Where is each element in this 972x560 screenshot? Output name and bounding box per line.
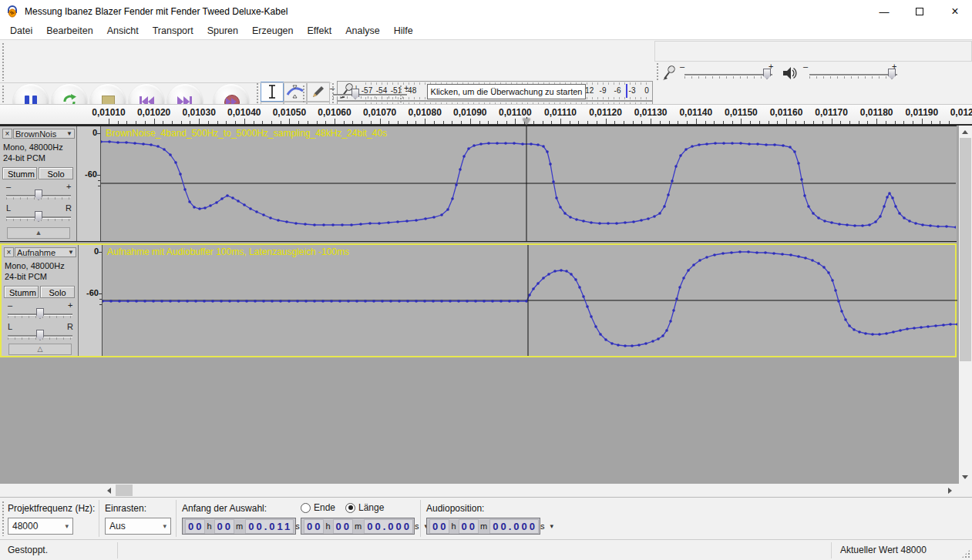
scroll-down-arrow-icon[interactable] [962, 475, 968, 479]
horizontal-scroll-thumb[interactable] [116, 485, 133, 496]
scroll-left-arrow-icon[interactable] [107, 488, 111, 494]
time-digits[interactable]: 00 [185, 519, 205, 534]
vertical-scroll-thumb[interactable] [960, 138, 971, 361]
clip-title: Aufnahme mit Audiobuffer 100ms, Latenzau… [107, 246, 349, 257]
radio-länge[interactable]: Länge [345, 502, 384, 513]
ruler-label: 0,01040 [227, 107, 261, 118]
chevron-down-icon: ▼ [66, 130, 72, 137]
minimize-button[interactable]: — [866, 0, 902, 23]
transport-toolbar-grip[interactable] [2, 42, 5, 81]
resize-grip[interactable] [961, 549, 970, 558]
waveform-aufnahme[interactable] [103, 245, 957, 356]
draw-tool[interactable] [307, 82, 330, 102]
snap-select[interactable]: Aus▾ [105, 518, 171, 535]
audio-position-field[interactable]: 00h00m00.000s▾ [426, 518, 540, 535]
time-unit: h [325, 521, 332, 531]
vertical-ruler[interactable]: 0 -60 [79, 245, 103, 356]
time-unit: h [206, 521, 214, 531]
timeline-ruler[interactable]: 0,010100,010200,010300,010400,010500,010… [0, 104, 972, 126]
collapse-button[interactable]: ▲ [7, 227, 70, 239]
time-unit: m [354, 521, 364, 531]
menu-item-transport[interactable]: Transport [146, 23, 200, 39]
scroll-up-arrow-icon[interactable] [962, 130, 968, 134]
close-button[interactable]: × [937, 0, 972, 23]
meter-scale-number: -6 [614, 86, 621, 95]
time-digits[interactable]: 00 [214, 519, 234, 534]
project-rate-select[interactable]: 48000▾ [8, 518, 73, 535]
time-digits[interactable]: 00.011 [245, 519, 294, 534]
time-unit: m [235, 521, 245, 531]
vertical-scrollbar[interactable] [959, 126, 972, 484]
menu-item-hilfe[interactable]: Hilfe [387, 23, 420, 39]
audacity-logo-icon [6, 5, 18, 18]
track-close-button[interactable]: × [2, 129, 12, 139]
waveform-brownnoise[interactable] [101, 126, 956, 241]
status-bar: Gestoppt. Aktueller Wert 48000 [0, 539, 972, 560]
pencil-icon [311, 85, 325, 99]
time-unit: h [450, 521, 458, 531]
ruler-label: 0,01060 [318, 107, 351, 118]
ruler-label: 0,01150 [725, 107, 758, 118]
time-digits[interactable]: 00 [459, 519, 479, 534]
chevron-down-icon[interactable]: ▾ [548, 522, 557, 530]
play-speed-toolbar-grip[interactable] [302, 85, 305, 103]
track-close-button[interactable]: × [4, 247, 14, 257]
selection-length-field[interactable]: 00h00m00.000s▾ [301, 518, 415, 535]
horizontal-scrollbar[interactable] [0, 484, 972, 497]
selection-tool[interactable] [261, 82, 284, 102]
time-digits[interactable]: 00 [429, 519, 449, 534]
menu-item-bearbeiten[interactable]: Bearbeiten [39, 23, 99, 39]
playhead-grab-handle[interactable] [523, 119, 530, 125]
radio-circle-icon [345, 503, 355, 513]
maximize-button[interactable] [902, 0, 937, 23]
triangle-up-icon: △ [38, 345, 43, 353]
track-name-menu[interactable]: BrownNois▼ [13, 129, 75, 139]
ruler-label: 0,01100 [499, 107, 532, 118]
track-brownnoise: × BrownNois▼ Mono, 48000Hz 24-bit PCM St… [0, 126, 957, 242]
mixer-toolbar-grip[interactable] [656, 62, 659, 81]
scroll-right-arrow-icon[interactable] [948, 488, 952, 494]
mixer-input-min: – [680, 62, 684, 71]
selection-start-field[interactable]: 00h00m00.011s▾ [182, 518, 296, 535]
ruler-label: 0,01200 [950, 107, 972, 118]
menu-item-spuren[interactable]: Spuren [200, 23, 245, 39]
toolbar-dock: ↔ L R -57-54-51-48-12-9-6-30 Klicken, um… [0, 40, 972, 104]
menu-item-datei[interactable]: Datei [3, 23, 39, 39]
vertical-ruler[interactable]: 0 -60 [77, 126, 101, 241]
menu-item-erzeugen[interactable]: Erzeugen [245, 23, 301, 39]
menu-item-analyse[interactable]: Analyse [338, 23, 386, 39]
time-digits[interactable]: 00.000 [489, 519, 539, 534]
collapse-button[interactable]: △ [8, 344, 72, 355]
meter-scale-number: -9 [600, 86, 607, 95]
audio-position-label: Audioposition: [426, 503, 484, 514]
title-bar[interactable]: Messung Ibanez Blazer Fender mit Fender … [0, 0, 972, 24]
output-volume-slider[interactable] [809, 74, 897, 75]
solo-button[interactable]: Solo [40, 286, 75, 298]
window-title: Messung Ibanez Blazer Fender mit Fender … [25, 6, 288, 17]
track-bitdepth: 24-bit PCM [3, 153, 45, 163]
monitoring-tooltip[interactable]: Klicken, um die Überwachung zu starten [427, 84, 586, 99]
chevron-down-icon: ▾ [65, 522, 69, 530]
time-digits[interactable]: 00.000 [364, 519, 413, 534]
time-unit: s [540, 521, 547, 531]
play-speed-slider[interactable] [333, 94, 407, 96]
menu-item-effekt[interactable]: Effekt [301, 23, 339, 39]
speaker-icon [782, 65, 797, 82]
track-control-panel: × Aufnahme▼ Mono, 48000Hz 24-bit PCM Stu… [2, 245, 79, 356]
selection-start-label: Anfang der Auswahl: [182, 503, 267, 514]
radio-ende[interactable]: Ende [301, 502, 335, 513]
mute-button[interactable]: Stumm [4, 286, 39, 298]
ruler-label: 0,01110 [544, 107, 577, 118]
input-volume-slider[interactable] [684, 74, 772, 75]
device-toolbar-grip[interactable] [399, 85, 402, 103]
menu-item-ansicht[interactable]: Ansicht [100, 23, 146, 39]
meter-scale-number: -3 [629, 86, 636, 95]
solo-button[interactable]: Solo [39, 167, 73, 179]
ruler-label: 0,01080 [408, 107, 441, 118]
time-digits[interactable]: 00 [304, 519, 324, 534]
mute-button[interactable]: Stumm [2, 167, 37, 179]
selection-toolbar-grip[interactable] [2, 501, 5, 536]
time-digits[interactable]: 00 [333, 519, 353, 534]
track-name-menu[interactable]: Aufnahme▼ [15, 247, 76, 257]
edit-toolbar-grip[interactable] [2, 85, 5, 103]
